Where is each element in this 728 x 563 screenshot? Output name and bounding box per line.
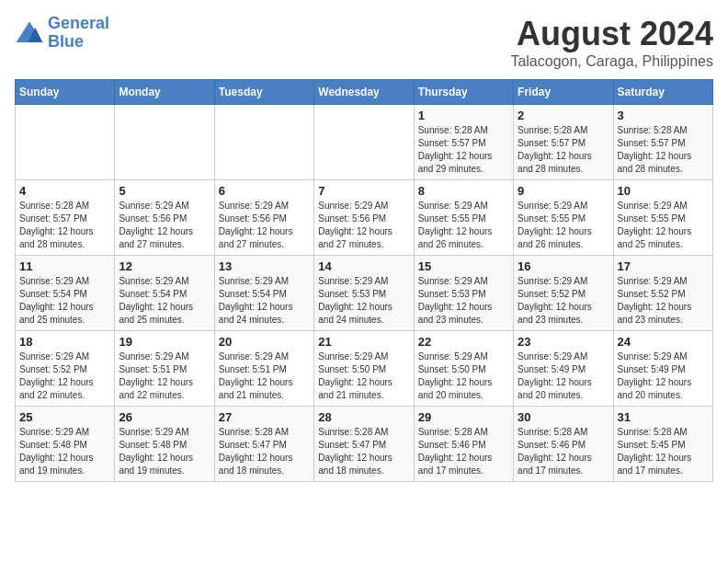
- cell-day-number: 29: [418, 410, 509, 424]
- cell-day-number: 16: [518, 259, 609, 273]
- cell-info: Sunrise: 5:29 AM Sunset: 5:54 PM Dayligh…: [19, 275, 110, 327]
- calendar-cell: 11Sunrise: 5:29 AM Sunset: 5:54 PM Dayli…: [16, 256, 115, 331]
- cell-info: Sunrise: 5:28 AM Sunset: 5:57 PM Dayligh…: [518, 124, 609, 176]
- calendar-week-row: 1Sunrise: 5:28 AM Sunset: 5:57 PM Daylig…: [16, 105, 713, 180]
- cell-day-number: 5: [119, 184, 210, 198]
- cell-info: Sunrise: 5:28 AM Sunset: 5:57 PM Dayligh…: [19, 200, 110, 251]
- calendar-cell: 6Sunrise: 5:29 AM Sunset: 5:56 PM Daylig…: [214, 180, 313, 256]
- calendar-cell: 24Sunrise: 5:29 AM Sunset: 5:49 PM Dayli…: [613, 331, 712, 407]
- calendar-cell: 14Sunrise: 5:29 AM Sunset: 5:53 PM Dayli…: [314, 256, 414, 331]
- cell-day-number: 31: [618, 410, 709, 424]
- cell-info: Sunrise: 5:29 AM Sunset: 5:52 PM Dayligh…: [518, 275, 609, 327]
- logo-line2: Blue: [48, 32, 84, 51]
- calendar-cell: 9Sunrise: 5:29 AM Sunset: 5:55 PM Daylig…: [514, 180, 613, 256]
- day-header-sunday: Sunday: [16, 80, 115, 105]
- cell-day-number: 25: [19, 410, 110, 424]
- cell-day-number: 30: [518, 410, 609, 424]
- calendar-cell: 23Sunrise: 5:29 AM Sunset: 5:49 PM Dayli…: [514, 331, 613, 407]
- calendar-cell: 10Sunrise: 5:29 AM Sunset: 5:55 PM Dayli…: [613, 180, 712, 256]
- cell-day-number: 22: [418, 335, 509, 349]
- calendar-cell: 29Sunrise: 5:28 AM Sunset: 5:46 PM Dayli…: [414, 407, 513, 482]
- cell-day-number: 24: [618, 335, 709, 349]
- cell-info: Sunrise: 5:29 AM Sunset: 5:50 PM Dayligh…: [418, 350, 509, 402]
- subtitle: Talacogon, Caraga, Philippines: [510, 53, 713, 70]
- calendar-table: SundayMondayTuesdayWednesdayThursdayFrid…: [15, 79, 713, 482]
- cell-info: Sunrise: 5:29 AM Sunset: 5:49 PM Dayligh…: [618, 350, 709, 402]
- calendar-cell: 5Sunrise: 5:29 AM Sunset: 5:56 PM Daylig…: [115, 180, 214, 256]
- calendar-week-row: 4Sunrise: 5:28 AM Sunset: 5:57 PM Daylig…: [16, 180, 713, 256]
- cell-info: Sunrise: 5:28 AM Sunset: 5:46 PM Dayligh…: [518, 426, 609, 477]
- cell-day-number: 3: [618, 109, 709, 122]
- cell-day-number: 14: [318, 259, 409, 273]
- cell-day-number: 20: [219, 335, 310, 349]
- cell-info: Sunrise: 5:28 AM Sunset: 5:45 PM Dayligh…: [618, 426, 709, 477]
- cell-info: Sunrise: 5:29 AM Sunset: 5:56 PM Dayligh…: [318, 200, 409, 251]
- calendar-cell: 26Sunrise: 5:29 AM Sunset: 5:48 PM Dayli…: [115, 407, 214, 482]
- cell-info: Sunrise: 5:28 AM Sunset: 5:57 PM Dayligh…: [418, 124, 509, 176]
- cell-day-number: 12: [119, 259, 210, 273]
- cell-info: Sunrise: 5:29 AM Sunset: 5:53 PM Dayligh…: [318, 275, 409, 327]
- calendar-cell: 17Sunrise: 5:29 AM Sunset: 5:52 PM Dayli…: [613, 256, 712, 331]
- calendar-cell: [115, 105, 214, 180]
- cell-day-number: 21: [318, 335, 409, 349]
- day-header-friday: Friday: [514, 80, 613, 105]
- calendar-cell: 25Sunrise: 5:29 AM Sunset: 5:48 PM Dayli…: [16, 407, 115, 482]
- cell-info: Sunrise: 5:29 AM Sunset: 5:56 PM Dayligh…: [119, 200, 210, 251]
- calendar-cell: [214, 105, 313, 180]
- cell-day-number: 17: [618, 259, 709, 273]
- calendar-cell: 31Sunrise: 5:28 AM Sunset: 5:45 PM Dayli…: [613, 407, 712, 482]
- logo-line1: General: [48, 14, 109, 32]
- cell-info: Sunrise: 5:28 AM Sunset: 5:47 PM Dayligh…: [318, 426, 409, 477]
- cell-day-number: 15: [418, 259, 509, 273]
- cell-day-number: 2: [518, 109, 609, 122]
- cell-day-number: 11: [19, 259, 110, 273]
- cell-info: Sunrise: 5:29 AM Sunset: 5:52 PM Dayligh…: [19, 350, 110, 402]
- calendar-cell: 4Sunrise: 5:28 AM Sunset: 5:57 PM Daylig…: [16, 180, 115, 256]
- day-header-tuesday: Tuesday: [214, 80, 313, 105]
- cell-info: Sunrise: 5:29 AM Sunset: 5:55 PM Dayligh…: [418, 200, 509, 251]
- cell-day-number: 18: [19, 335, 110, 349]
- calendar-cell: 16Sunrise: 5:29 AM Sunset: 5:52 PM Dayli…: [514, 256, 613, 331]
- cell-day-number: 4: [19, 184, 110, 198]
- calendar-cell: 19Sunrise: 5:29 AM Sunset: 5:51 PM Dayli…: [115, 331, 214, 407]
- calendar-week-row: 18Sunrise: 5:29 AM Sunset: 5:52 PM Dayli…: [16, 331, 713, 407]
- calendar-cell: 13Sunrise: 5:29 AM Sunset: 5:54 PM Dayli…: [214, 256, 313, 331]
- cell-info: Sunrise: 5:28 AM Sunset: 5:46 PM Dayligh…: [418, 426, 509, 477]
- cell-info: Sunrise: 5:29 AM Sunset: 5:54 PM Dayligh…: [219, 275, 310, 327]
- day-header-wednesday: Wednesday: [314, 80, 414, 105]
- calendar-cell: 20Sunrise: 5:29 AM Sunset: 5:51 PM Dayli…: [214, 331, 313, 407]
- cell-day-number: 9: [518, 184, 609, 198]
- day-header-saturday: Saturday: [613, 80, 712, 105]
- cell-day-number: 28: [318, 410, 409, 424]
- calendar-header-row: SundayMondayTuesdayWednesdayThursdayFrid…: [16, 80, 713, 105]
- cell-day-number: 8: [418, 184, 509, 198]
- main-title: August 2024: [510, 15, 713, 53]
- cell-info: Sunrise: 5:29 AM Sunset: 5:53 PM Dayligh…: [418, 275, 509, 327]
- page-header: General Blue August 2024 Talacogon, Cara…: [15, 15, 713, 70]
- cell-day-number: 23: [518, 335, 609, 349]
- calendar-cell: 15Sunrise: 5:29 AM Sunset: 5:53 PM Dayli…: [414, 256, 513, 331]
- cell-day-number: 13: [219, 259, 310, 273]
- cell-day-number: 10: [618, 184, 709, 198]
- day-header-thursday: Thursday: [414, 80, 513, 105]
- calendar-week-row: 25Sunrise: 5:29 AM Sunset: 5:48 PM Dayli…: [16, 407, 713, 482]
- cell-day-number: 27: [219, 410, 310, 424]
- calendar-cell: 8Sunrise: 5:29 AM Sunset: 5:55 PM Daylig…: [414, 180, 513, 256]
- cell-info: Sunrise: 5:29 AM Sunset: 5:54 PM Dayligh…: [119, 275, 210, 327]
- calendar-cell: 22Sunrise: 5:29 AM Sunset: 5:50 PM Dayli…: [414, 331, 513, 407]
- logo-icon: [15, 20, 44, 46]
- calendar-cell: 30Sunrise: 5:28 AM Sunset: 5:46 PM Dayli…: [514, 407, 613, 482]
- cell-day-number: 7: [318, 184, 409, 198]
- calendar-cell: [314, 105, 414, 180]
- calendar-cell: 7Sunrise: 5:29 AM Sunset: 5:56 PM Daylig…: [314, 180, 414, 256]
- cell-day-number: 19: [119, 335, 210, 349]
- cell-info: Sunrise: 5:29 AM Sunset: 5:51 PM Dayligh…: [119, 350, 210, 402]
- cell-info: Sunrise: 5:29 AM Sunset: 5:50 PM Dayligh…: [318, 350, 409, 402]
- cell-info: Sunrise: 5:29 AM Sunset: 5:48 PM Dayligh…: [19, 426, 110, 477]
- logo: General Blue: [15, 15, 109, 52]
- calendar-week-row: 11Sunrise: 5:29 AM Sunset: 5:54 PM Dayli…: [16, 256, 713, 331]
- cell-info: Sunrise: 5:28 AM Sunset: 5:47 PM Dayligh…: [219, 426, 310, 477]
- calendar-cell: [16, 105, 115, 180]
- calendar-cell: 28Sunrise: 5:28 AM Sunset: 5:47 PM Dayli…: [314, 407, 414, 482]
- day-header-monday: Monday: [115, 80, 214, 105]
